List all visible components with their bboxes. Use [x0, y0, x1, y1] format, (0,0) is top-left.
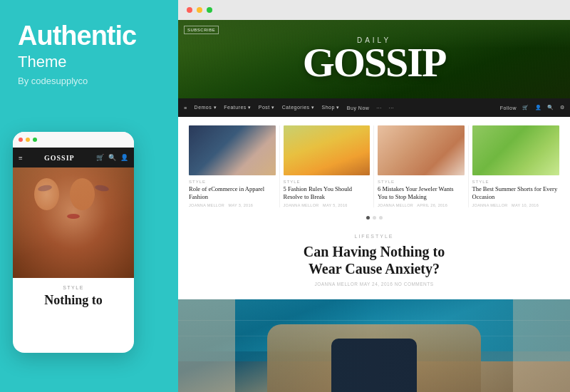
pagination-dot-2[interactable] — [373, 216, 376, 220]
site-nav-right: Follow 🛒 👤 🔍 ⚙ — [500, 105, 564, 110]
feature-image — [178, 299, 570, 392]
site-hero-subscribe[interactable]: SUBSCRIBE — [184, 26, 219, 34]
nav-follow[interactable]: Follow — [500, 105, 517, 110]
pagination-dot-active[interactable] — [366, 216, 370, 220]
mobile-dot-yellow — [26, 138, 30, 142]
mobile-caption-tag: STYLE — [19, 285, 128, 290]
left-panel: Authentic Theme By codesupplyco ≡ GOSSIP… — [0, 0, 178, 392]
mobile-caption-title: Nothing to — [19, 293, 128, 309]
nav-features[interactable]: Features ▾ — [224, 105, 252, 110]
nav-menu-icon[interactable]: ≡ — [184, 105, 187, 110]
feature-title: Can Having Nothing toWear Cause Anxiety? — [192, 243, 556, 277]
mobile-user-icon: 👤 — [120, 154, 128, 161]
mobile-nav-icons: 🛒 🔍 👤 — [96, 154, 128, 161]
article-tag-1: STYLE — [189, 180, 276, 184]
site-content: SUBSCRIBE Daily GOSSIP ≡ Demos ▾ Feature… — [178, 20, 570, 392]
pagination-dot-3[interactable] — [379, 216, 383, 220]
nav-more2[interactable]: ··· — [389, 105, 394, 110]
articles-grid: STYLE Role of eCommerce in Apparel Fashi… — [178, 117, 570, 213]
article-meta-2: JOANNA MELLOR MAY 5, 2016 — [284, 203, 370, 207]
feature-meta: JOANNA MELLOR MAY 24, 2016 NO COMMENTS — [192, 282, 556, 287]
article-thumb-2 — [284, 125, 370, 175]
article-thumb-4 — [472, 125, 560, 175]
site-hero: SUBSCRIBE Daily GOSSIP — [178, 20, 570, 98]
brand-title: Authentic — [18, 21, 160, 51]
nav-more[interactable]: ··· — [376, 105, 381, 110]
article-title-2: 5 Fashion Rules You Should Resolve to Br… — [284, 185, 370, 201]
article-meta-1: JOANNA MELLOR MAY 3, 2016 — [189, 203, 276, 207]
article-meta-4: JOANNA MELLOR MAY 10, 2016 — [472, 203, 560, 207]
article-thumb-1 — [189, 125, 276, 175]
article-meta-3: JOANNA MELLOR APRIL 26, 2016 — [378, 203, 465, 207]
brand-author: By codesupplyco — [18, 76, 160, 86]
article-tag-4: STYLE — [472, 180, 560, 184]
mobile-dot-red — [19, 138, 23, 142]
nav-buynow[interactable]: Buy Now — [347, 105, 370, 110]
nav-settings-icon[interactable]: ⚙ — [560, 105, 565, 110]
mobile-dot-green — [33, 138, 37, 142]
article-card-3[interactable]: STYLE 6 Mistakes Your Jeweler Wants You … — [374, 125, 469, 207]
article-card-4[interactable]: STYLE The Best Summer Shorts for Every O… — [469, 125, 564, 207]
site-nav-left: ≡ Demos ▾ Features ▾ Post ▾ Categories ▾… — [184, 105, 394, 110]
nav-search-icon[interactable]: 🔍 — [547, 105, 554, 110]
mobile-mockup: ≡ GOSSIP 🛒 🔍 👤 STYLE Nothing to — [13, 132, 134, 353]
desktop-dot-yellow — [197, 7, 202, 13]
site-hero-gossip: GOSSIP — [303, 44, 446, 81]
desktop-top-bar — [178, 0, 570, 20]
site-nav: ≡ Demos ▾ Features ▾ Post ▾ Categories ▾… — [178, 98, 570, 117]
mobile-search-icon: 🔍 — [108, 154, 116, 161]
article-card-1[interactable]: STYLE Role of eCommerce in Apparel Fashi… — [185, 125, 280, 207]
nav-categories[interactable]: Categories ▾ — [282, 105, 315, 110]
article-thumb-3 — [378, 125, 465, 175]
article-card-2[interactable]: STYLE 5 Fashion Rules You Should Resolve… — [280, 125, 375, 207]
desktop-mockup: SUBSCRIBE Daily GOSSIP ≡ Demos ▾ Feature… — [178, 0, 570, 392]
mobile-hero-image — [13, 167, 134, 278]
brand-subtitle: Theme — [18, 53, 160, 71]
nav-user-icon[interactable]: 👤 — [535, 105, 542, 110]
pagination-dots — [178, 213, 570, 225]
nav-demos[interactable]: Demos ▾ — [195, 105, 217, 110]
mobile-bag-icon: 🛒 — [96, 154, 104, 161]
article-title-4: The Best Summer Shorts for Every Occasio… — [472, 185, 560, 201]
mobile-caption: STYLE Nothing to — [13, 278, 134, 311]
nav-shop[interactable]: Shop ▾ — [322, 105, 340, 110]
feature-tag: LIFESTYLE — [192, 234, 556, 239]
feature-article: LIFESTYLE Can Having Nothing toWear Caus… — [178, 225, 570, 299]
desktop-dot-red — [187, 7, 192, 13]
article-title-1: Role of eCommerce in Apparel Fashion — [189, 185, 276, 201]
nav-post[interactable]: Post ▾ — [259, 105, 275, 110]
article-tag-3: STYLE — [378, 180, 465, 184]
nav-cart-icon[interactable]: 🛒 — [522, 105, 529, 110]
article-tag-2: STYLE — [284, 180, 370, 184]
article-title-3: 6 Mistakes Your Jeweler Wants You to Sto… — [378, 185, 465, 201]
desktop-dot-green — [207, 7, 212, 13]
mobile-nav-logo: GOSSIP — [44, 154, 75, 162]
mobile-nav: ≡ GOSSIP 🛒 🔍 👤 — [13, 148, 134, 167]
mobile-top-bar — [13, 132, 134, 148]
